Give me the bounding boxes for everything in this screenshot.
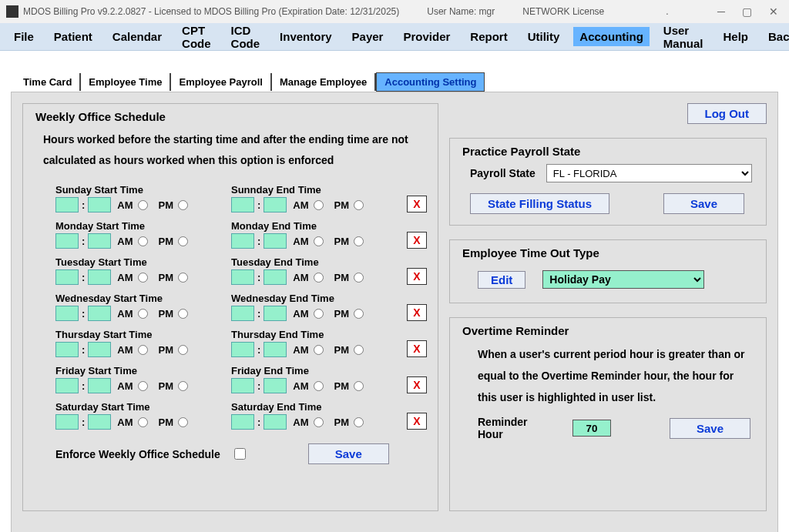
logout-button[interactable]: Log Out	[687, 103, 767, 124]
start-pm-radio[interactable]	[178, 309, 188, 319]
menu-user-manual[interactable]: User Manual	[657, 21, 710, 53]
am-label: AM	[293, 344, 308, 356]
start-pm-radio[interactable]	[178, 417, 188, 427]
eto-select[interactable]: Holiday Pay	[542, 270, 704, 289]
payroll-state-select[interactable]: FL - FLORIDA	[546, 164, 752, 182]
start-hour-input[interactable]	[55, 306, 79, 321]
end-pm-radio[interactable]	[354, 236, 364, 246]
start-min-input[interactable]	[88, 306, 111, 321]
start-hour-input[interactable]	[55, 197, 79, 212]
start-hour-input[interactable]	[55, 342, 79, 357]
end-min-input[interactable]	[264, 269, 287, 285]
delete-day-button[interactable]: X	[407, 413, 427, 430]
close-icon[interactable]: ✕	[769, 5, 778, 18]
end-pm-radio[interactable]	[354, 381, 364, 391]
start-pm-radio[interactable]	[178, 273, 188, 283]
end-min-input[interactable]	[264, 378, 287, 393]
start-pm-radio[interactable]	[178, 381, 188, 391]
end-am-radio[interactable]	[314, 309, 324, 319]
end-pm-radio[interactable]	[354, 200, 364, 210]
end-am-radio[interactable]	[314, 273, 324, 283]
menu-accounting[interactable]: Accounting	[573, 27, 650, 46]
start-pm-radio[interactable]	[178, 236, 188, 246]
tab-employee-payroll[interactable]: Employee Payroll	[171, 73, 271, 91]
menu-report[interactable]: Report	[464, 27, 513, 46]
end-min-input[interactable]	[264, 306, 287, 321]
start-min-input[interactable]	[88, 378, 111, 393]
end-hour-input[interactable]	[231, 233, 254, 249]
menu-provider[interactable]: Provider	[397, 27, 456, 46]
enforce-checkbox[interactable]	[234, 448, 246, 460]
delete-day-button[interactable]: X	[407, 196, 427, 212]
ot-label: Reminder Hour	[478, 416, 551, 440]
menu-back[interactable]: Back	[762, 27, 789, 46]
end-pm-radio[interactable]	[354, 345, 364, 355]
delete-day-button[interactable]: X	[407, 268, 427, 285]
end-min-input[interactable]	[264, 414, 287, 430]
start-am-radio[interactable]	[138, 236, 148, 246]
start-min-input[interactable]	[88, 269, 111, 285]
start-am-radio[interactable]	[138, 381, 148, 391]
end-hour-input[interactable]	[231, 269, 254, 285]
end-am-radio[interactable]	[314, 200, 324, 210]
start-hour-input[interactable]	[55, 269, 79, 285]
state-filing-status-button[interactable]: State Filling Status	[470, 193, 609, 214]
start-min-input[interactable]	[88, 414, 111, 430]
start-hour-input[interactable]	[55, 378, 79, 393]
end-min-input[interactable]	[264, 233, 287, 249]
start-am-radio[interactable]	[138, 200, 148, 210]
menu-file[interactable]: File	[8, 27, 40, 46]
maximize-icon[interactable]: ▢	[742, 5, 752, 18]
end-pm-radio[interactable]	[354, 273, 364, 283]
menu-utility[interactable]: Utility	[522, 27, 566, 46]
minimize-icon[interactable]: ─	[717, 5, 725, 18]
eto-edit-button[interactable]: Edit	[478, 271, 525, 289]
end-am-radio[interactable]	[314, 236, 324, 246]
ot-save-button[interactable]: Save	[670, 418, 750, 439]
end-am-radio[interactable]	[314, 345, 324, 355]
delete-day-button[interactable]: X	[407, 304, 427, 321]
delete-day-button[interactable]: X	[407, 340, 427, 357]
start-pm-radio[interactable]	[178, 345, 188, 355]
colon: :	[257, 380, 260, 392]
start-pm-radio[interactable]	[178, 200, 188, 210]
end-hour-input[interactable]	[231, 306, 254, 321]
start-min-input[interactable]	[88, 342, 111, 357]
app-icon	[6, 5, 18, 18]
end-min-input[interactable]	[264, 197, 287, 212]
menu-payer[interactable]: Payer	[346, 27, 390, 46]
start-hour-input[interactable]	[55, 233, 79, 249]
tab-accounting-setting[interactable]: Accounting Setting	[376, 72, 485, 92]
start-hour-input[interactable]	[55, 414, 79, 430]
pm-label: PM	[159, 308, 174, 320]
tab-employee-time[interactable]: Employee Time	[81, 73, 171, 91]
start-am-radio[interactable]	[138, 345, 148, 355]
tab-manage-employee[interactable]: Manage Employee	[272, 73, 376, 91]
schedule-save-button[interactable]: Save	[308, 443, 389, 464]
end-min-input[interactable]	[264, 342, 287, 357]
end-pm-radio[interactable]	[354, 417, 364, 427]
end-am-radio[interactable]	[314, 381, 324, 391]
end-am-radio[interactable]	[314, 417, 324, 427]
start-am-radio[interactable]	[138, 309, 148, 319]
start-am-radio[interactable]	[138, 273, 148, 283]
start-am-radio[interactable]	[138, 417, 148, 427]
end-hour-input[interactable]	[231, 342, 254, 357]
menu-calendar[interactable]: Calendar	[106, 27, 168, 46]
delete-day-button[interactable]: X	[407, 232, 427, 249]
end-hour-input[interactable]	[231, 414, 254, 430]
menu-cpt-code[interactable]: CPT Code	[176, 21, 217, 53]
start-min-input[interactable]	[88, 233, 111, 249]
start-min-input[interactable]	[88, 197, 111, 212]
reminder-hour-input[interactable]	[572, 420, 611, 437]
end-hour-input[interactable]	[231, 197, 254, 212]
delete-day-button[interactable]: X	[407, 376, 427, 393]
end-hour-input[interactable]	[231, 378, 254, 393]
menu-patient[interactable]: Patient	[48, 27, 99, 46]
pps-save-button[interactable]: Save	[663, 193, 744, 214]
menu-inventory[interactable]: Inventory	[274, 27, 338, 46]
end-pm-radio[interactable]	[354, 309, 364, 319]
menu-icd-code[interactable]: ICD Code	[225, 21, 267, 53]
tab-time-card[interactable]: Time Card	[15, 73, 81, 91]
menu-help[interactable]: Help	[717, 27, 755, 46]
